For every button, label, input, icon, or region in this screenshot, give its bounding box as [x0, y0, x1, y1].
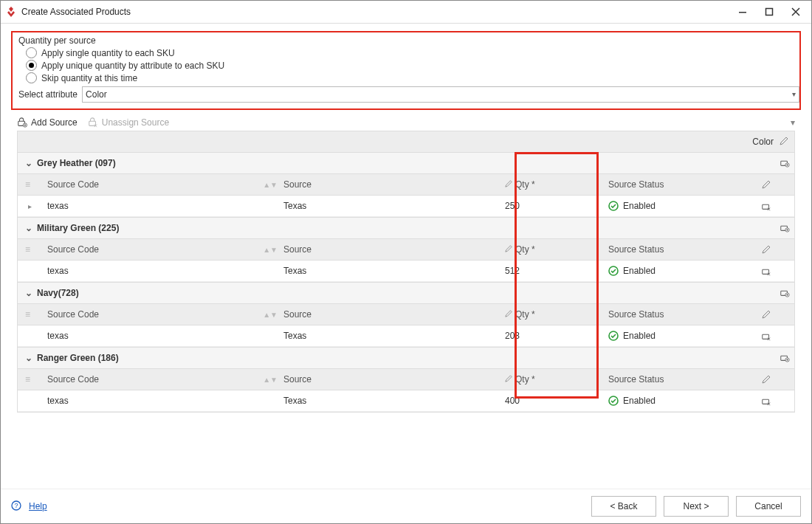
check-circle-icon [608, 396, 619, 406]
app-icon [5, 6, 17, 18]
col-source-code[interactable]: Source Code▲▼ [47, 244, 283, 255]
add-source-button[interactable]: Add Source [17, 117, 78, 128]
svg-rect-0 [739, 12, 746, 13]
drag-handle-icon: ≡ [18, 309, 47, 320]
pencil-icon [505, 374, 512, 385]
cell-source-code: texas [47, 331, 283, 341]
add-row-icon[interactable] [780, 157, 790, 170]
cell-qty[interactable]: 203 [505, 331, 608, 341]
unassign-source-button: Unassign Source [88, 117, 169, 128]
quantity-per-source-panel: Quantity per source Apply single quantit… [11, 31, 801, 110]
row-delete-icon[interactable] [749, 266, 784, 276]
col-edit[interactable] [749, 310, 784, 319]
quantity-legend: Quantity per source [18, 35, 794, 46]
col-qty[interactable]: Qty * [505, 309, 608, 320]
add-source-icon [17, 117, 27, 128]
footer: ? Help < Back Next > Cancel [1, 489, 811, 523]
row-delete-icon[interactable] [749, 201, 784, 211]
chevron-down-icon: ⌄ [25, 158, 32, 168]
sources-grid: ⌄ Grey Heather (097) ≡ Source Code▲▼ Sou… [17, 152, 795, 413]
col-source-code[interactable]: Source Code▲▼ [47, 374, 283, 385]
grid-bar-label: Color [752, 137, 774, 147]
radio-icon [26, 60, 37, 71]
unassign-source-label: Unassign Source [102, 117, 169, 128]
help-link[interactable]: Help [29, 501, 47, 511]
cell-qty[interactable]: 512 [505, 266, 608, 276]
cell-qty[interactable]: 250 [505, 201, 608, 211]
col-status[interactable]: Source Status [608, 374, 749, 385]
select-attribute-dropdown[interactable]: Color ▾ [82, 86, 799, 103]
col-source[interactable]: Source [283, 309, 505, 320]
svg-text:?: ? [14, 502, 18, 509]
row-expand-icon[interactable]: ▸ [18, 202, 47, 210]
cell-source-code: texas [47, 396, 283, 406]
radio-apply-single[interactable]: Apply single quantity to each SKU [26, 47, 794, 58]
group-header[interactable]: ⌄ Military Green (225) [18, 217, 794, 239]
col-edit[interactable] [749, 180, 784, 189]
add-row-icon[interactable] [780, 352, 790, 365]
col-source[interactable]: Source [283, 374, 505, 385]
col-qty[interactable]: Qty * [505, 374, 608, 385]
sort-icon: ▲▼ [263, 246, 283, 254]
sort-icon: ▲▼ [263, 181, 283, 189]
sort-icon: ▲▼ [263, 376, 283, 384]
col-source-code[interactable]: Source Code▲▼ [47, 309, 283, 320]
pencil-icon[interactable] [780, 137, 788, 148]
table-row[interactable]: texas Texas 400 Enabled [18, 390, 794, 412]
cancel-button[interactable]: Cancel [736, 496, 801, 517]
col-status[interactable]: Source Status [608, 309, 749, 320]
help-icon: ? [11, 500, 21, 513]
cell-status: Enabled [608, 266, 749, 276]
chevron-down-icon: ⌄ [25, 223, 32, 233]
cell-qty[interactable]: 400 [505, 396, 608, 406]
check-circle-icon [608, 266, 619, 276]
col-source[interactable]: Source [283, 244, 505, 255]
chevron-down-icon: ▾ [792, 90, 796, 98]
table-row[interactable]: ▸ texas Texas 250 Enabled [18, 196, 794, 217]
radio-apply-unique[interactable]: Apply unique quantity by attribute to ea… [26, 60, 794, 71]
table-row[interactable]: texas Texas 203 Enabled [18, 325, 794, 347]
group-name: Navy(728) [37, 288, 79, 298]
group-header[interactable]: ⌄ Grey Heather (097) [18, 152, 794, 174]
table-row[interactable]: texas Texas 512 Enabled [18, 261, 794, 282]
col-status[interactable]: Source Status [608, 179, 749, 190]
maximize-button[interactable] [763, 5, 776, 18]
col-qty[interactable]: Qty * [505, 179, 608, 190]
add-source-label: Add Source [31, 117, 78, 128]
cell-source-code: texas [47, 266, 283, 276]
minimize-button[interactable] [736, 5, 749, 18]
radio-label: Skip quantity at this time [41, 73, 137, 83]
cell-source: Texas [283, 396, 505, 406]
unassign-source-icon [88, 117, 98, 128]
group-header[interactable]: ⌄ Navy(728) [18, 282, 794, 304]
chevron-down-icon: ⌄ [25, 288, 32, 298]
dialog-window: Create Associated Products Quantity per … [0, 0, 812, 524]
close-button[interactable] [789, 5, 802, 18]
col-source[interactable]: Source [283, 179, 505, 190]
radio-icon [26, 72, 37, 83]
col-qty[interactable]: Qty * [505, 244, 608, 255]
col-edit[interactable] [749, 245, 784, 254]
toolbar-overflow-button[interactable]: ▾ [791, 117, 795, 128]
column-header-row: ≡ Source Code▲▼ Source Qty * Source Stat… [18, 369, 794, 390]
add-row-icon[interactable] [780, 287, 790, 300]
grid-options-bar: Color [17, 131, 795, 152]
back-button[interactable]: < Back [591, 496, 656, 517]
group-name: Military Green (225) [37, 223, 119, 233]
add-row-icon[interactable] [780, 222, 790, 235]
group-name: Ranger Green (186) [37, 353, 119, 363]
check-circle-icon [608, 331, 619, 341]
check-circle-icon [608, 201, 619, 211]
col-status[interactable]: Source Status [608, 244, 749, 255]
radio-skip-quantity[interactable]: Skip quantity at this time [26, 72, 794, 83]
cell-source: Texas [283, 201, 505, 211]
col-source-code[interactable]: Source Code▲▼ [47, 179, 283, 190]
cell-status: Enabled [608, 331, 749, 341]
col-edit[interactable] [749, 375, 784, 384]
cell-source: Texas [283, 266, 505, 276]
row-delete-icon[interactable] [749, 396, 784, 406]
source-toolbar: Add Source Unassign Source ▾ [11, 114, 801, 131]
row-delete-icon[interactable] [749, 331, 784, 341]
next-button[interactable]: Next > [664, 496, 729, 517]
group-header[interactable]: ⌄ Ranger Green (186) [18, 347, 794, 369]
